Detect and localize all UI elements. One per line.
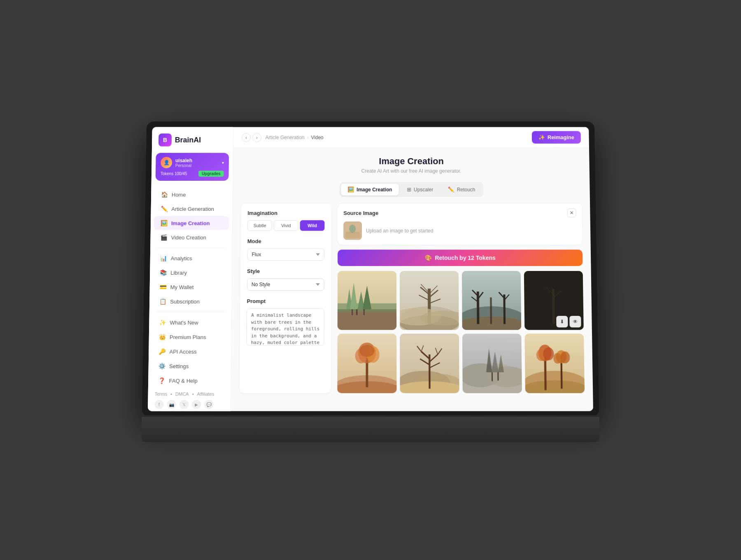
sidebar-label-article: Article Generation xyxy=(171,206,214,212)
sidebar-label-settings: Settings xyxy=(169,363,189,369)
tab-upscaler-icon: ⊞ xyxy=(407,187,411,193)
sidebar-item-settings[interactable]: ⚙️ Settings xyxy=(152,359,228,373)
app-name: BrainAI xyxy=(175,136,201,145)
main-content: ‹ › Article Generation › Video ✨ Reimagi… xyxy=(231,127,593,411)
retouch-icon: 🎨 xyxy=(424,254,431,261)
svg-rect-28 xyxy=(477,292,479,324)
imagination-section: Imagination Subtle Vivid Wild xyxy=(247,210,325,231)
tab-upscaler[interactable]: ⊞ Upscaler xyxy=(400,184,440,196)
sidebar-item-image-creation[interactable]: 🖼️ Image Creation xyxy=(154,216,229,230)
faq-icon: ❓ xyxy=(158,377,165,384)
image-card-1[interactable] xyxy=(338,271,397,330)
image-icon: 🖼️ xyxy=(161,220,167,226)
user-card[interactable]: 👤 uisaleh Personal ▾ Tokens 100/45 Upgra… xyxy=(156,153,229,181)
chevron-down-icon: ▾ xyxy=(222,160,224,165)
sidebar-logo: B BrainAI xyxy=(152,133,233,153)
imagination-vivid[interactable]: Vivid xyxy=(274,220,298,231)
breadcrumb-child: Video xyxy=(311,135,323,140)
sidebar-item-article-gen[interactable]: ✏️ Article Generation xyxy=(154,202,229,216)
retouch-label: Retouch by 12 Tokens xyxy=(435,254,495,261)
mode-select[interactable]: Flux Stable Diffusion DALL-E xyxy=(247,248,324,261)
laptop-screen: B BrainAI 👤 uisaleh Personal ▾ Tokens 1 xyxy=(142,121,599,417)
svg-rect-70 xyxy=(497,372,499,380)
imagination-buttons: Subtle Vivid Wild xyxy=(247,220,324,231)
sidebar-label-analytics: Analytics xyxy=(171,255,192,261)
style-label: Style xyxy=(247,268,324,274)
article-icon: ✏️ xyxy=(161,205,167,212)
sidebar-label-faq: FAQ & Help xyxy=(169,378,197,384)
mode-section: Mode Flux Stable Diffusion DALL-E xyxy=(247,238,324,261)
laptop-base xyxy=(142,417,600,442)
svg-rect-11 xyxy=(356,309,358,315)
sidebar-item-subscription[interactable]: 📋 Subscription xyxy=(153,294,228,308)
tab-image-creation[interactable]: 🖼️ Image Creation xyxy=(341,184,399,196)
page-title: Image Creation xyxy=(242,156,581,167)
sidebar-item-video-creation[interactable]: 🎬 Video Creation xyxy=(154,231,229,245)
image-card-6[interactable] xyxy=(400,334,459,393)
whatsapp-icon[interactable]: 💬 xyxy=(204,400,213,409)
image-card-2[interactable] xyxy=(400,271,459,330)
sidebar-item-whats-new[interactable]: ✨ What's New xyxy=(152,315,228,329)
screen-inner: B BrainAI 👤 uisaleh Personal ▾ Tokens 1 xyxy=(148,127,593,411)
sidebar-divider-1 xyxy=(157,247,226,248)
upgrade-button[interactable]: Upgrades xyxy=(198,170,224,177)
upload-text: Upload an image to get started xyxy=(366,228,433,233)
image-card-5[interactable] xyxy=(337,334,396,393)
sidebar-divider-2 xyxy=(156,312,225,312)
api-icon: 🔑 xyxy=(158,348,165,355)
settings-icon: ⚙️ xyxy=(158,363,165,369)
top-bar: ‹ › Article Generation › Video ✨ Reimagi… xyxy=(233,127,589,148)
sidebar-item-premium[interactable]: 👑 Premium Plans xyxy=(152,330,228,344)
reimagine-icon: ✨ xyxy=(538,134,545,140)
sidebar-item-faq[interactable]: ❓ FAQ & Help xyxy=(151,373,228,387)
sidebar-item-home[interactable]: 🏠 Home xyxy=(154,188,229,202)
laptop-wrapper: B BrainAI 👤 uisaleh Personal ▾ Tokens 1 xyxy=(142,121,600,442)
tab-retouch[interactable]: ✏️ Retouch xyxy=(441,184,482,196)
imagination-wild[interactable]: Wild xyxy=(300,220,325,231)
image-grid: ⬇ 👁 xyxy=(337,271,585,393)
sidebar-item-analytics[interactable]: 📊 Analytics xyxy=(154,251,229,265)
home-icon: 🏠 xyxy=(161,191,168,198)
breadcrumb-parent[interactable]: Article Generation xyxy=(266,135,305,140)
reimagine-button[interactable]: ✨ Reimagine xyxy=(532,131,581,143)
page-header: Image Creation Create AI Art with our fr… xyxy=(241,156,581,174)
facebook-icon[interactable]: f xyxy=(154,400,164,409)
image-card-8[interactable] xyxy=(524,334,585,393)
svg-point-2 xyxy=(349,225,356,233)
tokens-label: Tokens 100/45 xyxy=(161,171,187,176)
page-content: Image Creation Create AI Art with our fr… xyxy=(231,148,593,411)
tab-image-icon: 🖼️ xyxy=(347,187,354,193)
sidebar-item-wallet[interactable]: 💳 My Wallet xyxy=(153,280,228,294)
image-card-4[interactable]: ⬇ 👁 xyxy=(524,271,584,330)
instagram-icon[interactable]: 📷 xyxy=(167,400,177,409)
image-card-7[interactable] xyxy=(462,334,522,393)
prompt-input[interactable]: A minimalist landscape with bare trees i… xyxy=(247,308,324,345)
twitter-icon[interactable]: 𝕏 xyxy=(179,400,189,409)
forward-arrow[interactable]: › xyxy=(252,133,261,142)
retouch-banner[interactable]: 🎨 Retouch by 12 Tokens xyxy=(338,250,583,266)
sidebar-item-api[interactable]: 🔑 API Access xyxy=(152,344,228,358)
sidebar-nav: 🏠 Home ✏️ Article Generation 🖼️ Image Cr… xyxy=(148,187,233,388)
source-image-title: Source Image xyxy=(343,210,378,216)
svg-rect-69 xyxy=(492,372,493,381)
upload-thumbnail xyxy=(343,222,362,240)
footer-dmca[interactable]: DMCA xyxy=(175,392,189,397)
svg-rect-35 xyxy=(490,297,492,324)
imagination-subtle[interactable]: Subtle xyxy=(247,220,272,231)
video-icon: 🎬 xyxy=(160,234,167,241)
close-source-button[interactable]: ✕ xyxy=(567,208,576,217)
view-button-4[interactable]: 👁 xyxy=(569,316,581,327)
sidebar-label-library: Library xyxy=(170,270,187,276)
analytics-icon: 📊 xyxy=(160,255,167,261)
style-select[interactable]: No Style Photorealistic Anime Digital Ar… xyxy=(247,278,324,291)
back-arrow[interactable]: ‹ xyxy=(242,133,251,142)
footer-affiliates[interactable]: Affiliates xyxy=(197,392,214,397)
source-image-upload[interactable]: Upload an image to get started xyxy=(343,222,576,240)
download-button-4[interactable]: ⬇ xyxy=(556,316,568,327)
youtube-icon[interactable]: ▶ xyxy=(192,400,201,409)
sidebar-item-library[interactable]: 📚 Library xyxy=(153,266,228,280)
footer-terms[interactable]: Terms xyxy=(155,392,167,397)
style-section: Style No Style Photorealistic Anime Digi… xyxy=(247,268,324,291)
crown-icon: 👑 xyxy=(159,334,165,340)
image-card-3[interactable] xyxy=(462,271,521,330)
